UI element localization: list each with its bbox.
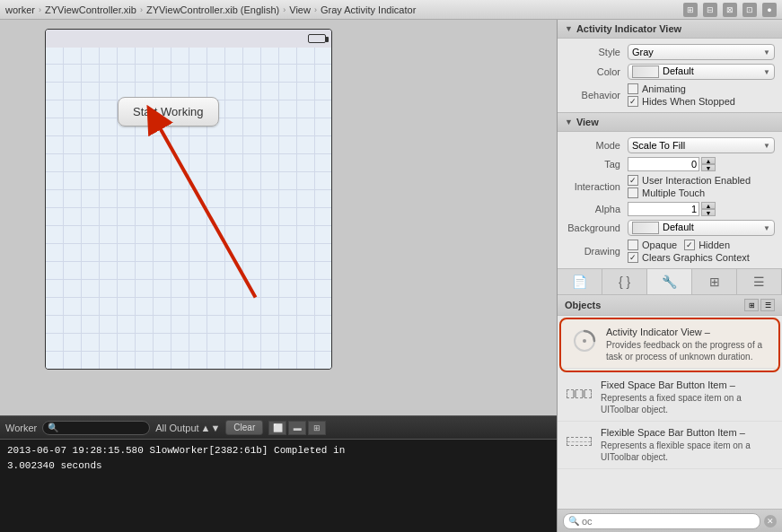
tag-stepper-down[interactable]: ▼	[701, 164, 716, 171]
hides-checkbox[interactable]	[628, 96, 638, 107]
objects-grid-btn[interactable]: ⊞	[744, 299, 759, 311]
ios-content: Start Working	[46, 48, 331, 369]
start-working-button[interactable]: Start Working	[118, 97, 219, 126]
interaction-label: Interaction	[565, 181, 628, 192]
fixed-space-item[interactable]: Fixed Space Bar Button Item – Represents…	[558, 374, 782, 422]
toolbar-icon-4[interactable]: ⊡	[742, 3, 757, 17]
color-row: Color Default ▼	[558, 62, 782, 82]
log-view-btn-2[interactable]: ▬	[288, 421, 306, 435]
fixed-space-icon	[565, 379, 593, 408]
toolbar-icon-5[interactable]: ●	[762, 3, 777, 17]
mode-select[interactable]: Scale To Fill ▼	[628, 137, 775, 153]
ios-status-bar	[46, 30, 331, 48]
behavior-label: Behavior	[565, 90, 628, 100]
activity-indicator-object-item[interactable]: Activity Indicator View – Provides feedb…	[563, 321, 777, 369]
user-interaction-row: User Interaction Enabled	[628, 175, 775, 186]
drawing-row: Drawing Opaque Hidden	[558, 238, 782, 265]
breadcrumb-bar: worker › ZYViewController.xib › ZYViewCo…	[0, 0, 782, 20]
toolbar-icon-2[interactable]: ⊟	[703, 3, 717, 17]
inspector-tab-file[interactable]: 📄	[558, 269, 602, 294]
clears-checkbox[interactable]	[628, 252, 638, 263]
breadcrumb-arrow-3: ›	[283, 5, 286, 14]
inspector-tab-grid[interactable]: ⊞	[692, 269, 737, 294]
log-line-1: 2013-06-07 19:28:15.580 SlowWorker[2382:…	[7, 443, 549, 458]
flexible-space-text: Flexible Space Bar Button Item – Represe…	[601, 427, 775, 463]
inspector-tab-view[interactable]: 🔧	[647, 269, 692, 294]
svg-line-1	[157, 124, 255, 298]
style-label: Style	[565, 47, 628, 57]
behavior-row: Behavior Animating Hides When Stopped	[558, 82, 782, 109]
breadcrumb-xib2[interactable]: ZYViewController.xib (English)	[146, 4, 279, 15]
multiple-touch-checkbox[interactable]	[628, 188, 638, 198]
alpha-stepper: ▲ ▼	[701, 202, 716, 216]
opaque-checkbox[interactable]	[628, 240, 638, 250]
log-search-wrap: 🔍	[42, 421, 150, 435]
view-collapse-icon[interactable]: ▼	[565, 118, 573, 126]
fixed-space-name: Fixed Space Bar Button Item –	[601, 379, 775, 390]
objects-header: Objects ⊞ ☰	[558, 295, 782, 316]
color-swatch	[632, 65, 659, 78]
highlight-border: Activity Indicator View – Provides feedb…	[559, 318, 780, 372]
objects-list-btn[interactable]: ☰	[760, 299, 775, 311]
interaction-value: User Interaction Enabled Multiple Touch	[628, 175, 775, 198]
breadcrumb-gray-indicator[interactable]: Gray Activity Indicator	[321, 4, 416, 15]
alpha-stepper-down[interactable]: ▼	[701, 209, 716, 216]
opaque-row: Opaque	[628, 240, 677, 250]
alpha-value: ▲ ▼	[628, 202, 775, 216]
search-input[interactable]	[563, 513, 760, 529]
style-select-arrow: ▼	[763, 48, 770, 57]
view-section: ▼ View Mode Scale To Fill ▼ Tag	[558, 113, 782, 269]
tag-input[interactable]	[628, 157, 699, 171]
breadcrumb-worker[interactable]: worker	[5, 4, 35, 15]
log-view-btn-1[interactable]: ⬜	[268, 421, 286, 435]
bg-select-arrow: ▼	[763, 224, 770, 232]
view-section-body: Mode Scale To Fill ▼ Tag ▲ ▼	[558, 132, 782, 268]
background-select[interactable]: Default ▼	[628, 220, 775, 236]
color-value: Default ▼	[628, 64, 775, 80]
background-label: Background	[565, 222, 628, 233]
hidden-checkbox[interactable]	[684, 240, 695, 250]
user-interaction-checkbox[interactable]	[628, 175, 638, 186]
inspector-tab-code[interactable]: { }	[602, 269, 647, 294]
log-search-input[interactable]	[42, 421, 150, 435]
toolbar-icons: ⊞ ⊟ ⊠ ⊡ ●	[683, 3, 777, 17]
objects-panel: Objects ⊞ ☰	[558, 295, 782, 532]
style-select[interactable]: Gray ▼	[628, 44, 775, 60]
flexible-space-item[interactable]: Flexible Space Bar Button Item – Represe…	[558, 422, 782, 469]
clears-row: Clears Graphics Context	[628, 252, 775, 263]
animating-checkbox[interactable]	[628, 83, 638, 94]
activity-indicator-icon	[570, 327, 599, 355]
activity-indicator-item-wrap: Activity Indicator View – Provides feedb…	[558, 316, 782, 374]
alpha-input[interactable]	[628, 202, 699, 216]
alpha-row: Alpha ▲ ▼	[558, 200, 782, 218]
breadcrumb-arrow-1: ›	[39, 5, 41, 14]
output-selector[interactable]: All Output ▲▼	[155, 423, 220, 433]
style-value: Gray ▼	[628, 44, 775, 60]
log-view-btn-3[interactable]: ⊞	[308, 421, 326, 435]
bottom-toolbar: Worker 🔍 All Output ▲▼ Clear ⬜ ▬ ⊞	[0, 416, 557, 440]
activity-indicator-text: Activity Indicator View – Provides feedb…	[606, 327, 769, 362]
tag-stepper-up[interactable]: ▲	[701, 157, 716, 164]
activity-indicator-header: ▼ Activity Indicator View	[558, 20, 782, 39]
breadcrumb-view[interactable]: View	[289, 4, 311, 15]
toolbar-icon-1[interactable]: ⊞	[683, 3, 698, 17]
alpha-stepper-up[interactable]: ▲	[701, 202, 716, 209]
inspector-tab-list[interactable]: ☰	[737, 269, 782, 294]
color-select[interactable]: Default ▼	[628, 64, 775, 80]
mode-value: Scale To Fill ▼	[628, 137, 775, 153]
mode-row: Mode Scale To Fill ▼	[558, 135, 782, 155]
objects-title: Objects	[565, 300, 744, 310]
background-row: Background Default ▼	[558, 218, 782, 238]
section-collapse-icon[interactable]: ▼	[565, 24, 573, 33]
clear-button[interactable]: Clear	[225, 420, 263, 435]
object-list: Activity Indicator View – Provides feedb…	[558, 316, 782, 509]
main-layout: Start Working	[0, 20, 782, 532]
fixed-space-text: Fixed Space Bar Button Item – Represents…	[601, 379, 775, 415]
view-section-header: ▼ View	[558, 113, 782, 132]
toolbar-icon-3[interactable]: ⊠	[723, 3, 737, 17]
search-clear-button[interactable]: ✕	[764, 515, 777, 528]
activity-indicator-body: Style Gray ▼ Color Default ▼	[558, 39, 782, 112]
breadcrumb-xib1[interactable]: ZYViewController.xib	[45, 4, 136, 15]
behavior-value: Animating Hides When Stopped	[628, 83, 775, 107]
objects-view-buttons: ⊞ ☰	[744, 299, 775, 311]
